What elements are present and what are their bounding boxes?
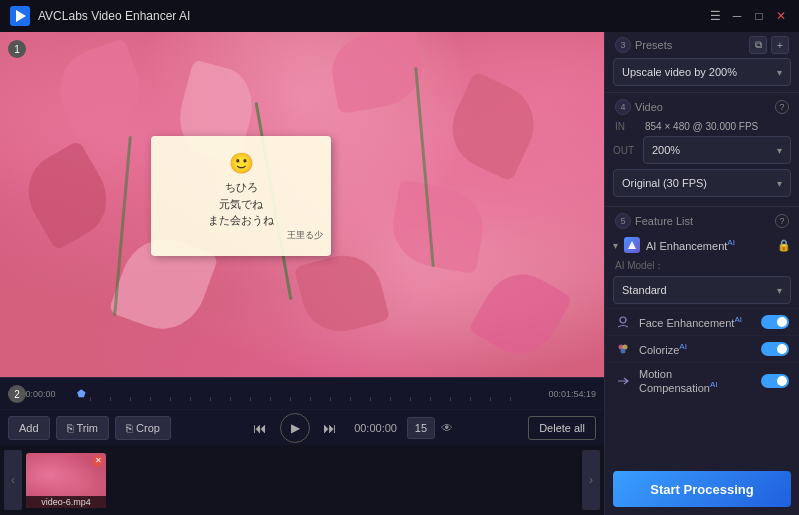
crop-button[interactable]: ⎘ Crop xyxy=(115,416,171,440)
motion-ai-badge: AI xyxy=(710,380,718,389)
thumb-prev-arrow[interactable]: ‹ xyxy=(4,450,22,510)
video-section: 4 Video ? IN 854 × 480 @ 30.000 FPS OUT … xyxy=(605,93,799,207)
start-processing-button[interactable]: Start Processing xyxy=(613,471,791,507)
close-button[interactable]: ✕ xyxy=(773,8,789,24)
titlebar-left: AVCLabs Video Enhancer AI xyxy=(10,6,190,26)
thumbnail-strip: ‹ ✕ video-6.mp4 › xyxy=(0,445,604,515)
ai-model-dropdown[interactable]: Standard ▾ xyxy=(613,276,791,304)
ai-badge: AI xyxy=(727,238,735,247)
play-button[interactable]: ▶ xyxy=(280,413,310,443)
petal-decor xyxy=(294,247,391,340)
frame-input[interactable] xyxy=(407,417,435,439)
card-line4: 王里る少 xyxy=(159,229,323,242)
face-enhancement-icon xyxy=(615,314,631,330)
ai-model-arrow: ▾ xyxy=(777,285,782,296)
petal-decor xyxy=(326,32,428,114)
trim-button[interactable]: ⎘ Trim xyxy=(56,416,109,440)
titlebar-controls: ☰ ─ □ ✕ xyxy=(707,8,789,24)
presets-icons: ⧉ + xyxy=(749,36,789,54)
presets-label: Presets xyxy=(635,39,672,51)
controls-bar: Add ⎘ Trim ⎘ Crop ⏮ ▶ ⏭ 00:00:00 👁 Delet… xyxy=(0,409,604,445)
video-in-row: IN 854 × 480 @ 30.000 FPS xyxy=(605,119,799,134)
svg-marker-2 xyxy=(628,241,636,249)
badge-5: 5 xyxy=(615,213,631,229)
timeline: 00:00:00:00 ⬟ 00:01:54:19 xyxy=(0,377,604,409)
colorize-item: ColorizeAI xyxy=(605,335,799,362)
feature-section-header: 5 Feature List ? xyxy=(605,207,799,233)
anime-card: 🙂 ちひろ 元気でね また会おうね 王里る少 xyxy=(151,136,331,256)
video-out-dropdown[interactable]: 200% ▾ xyxy=(643,136,791,164)
minimize-button[interactable]: ─ xyxy=(729,8,745,24)
presets-selected: Upscale video by 200% xyxy=(622,66,737,78)
presets-add-button[interactable]: + xyxy=(771,36,789,54)
feature-help-button[interactable]: ? xyxy=(775,214,789,228)
video-fps-row: Original (30 FPS) ▾ xyxy=(605,166,799,200)
badge-4: 4 xyxy=(615,99,631,115)
lock-icon: 🔒 xyxy=(777,239,791,252)
face-enhancement-toggle[interactable] xyxy=(761,315,789,329)
presets-copy-button[interactable]: ⧉ xyxy=(749,36,767,54)
video-fps-arrow: ▾ xyxy=(777,178,782,189)
colorize-icon xyxy=(615,341,631,357)
video-help-button[interactable]: ? xyxy=(775,100,789,114)
petal-decor xyxy=(14,140,121,251)
video-in-value: 854 × 480 @ 30.000 FPS xyxy=(645,121,758,132)
right-panel: 3 Presets ⧉ + Upscale video by 200% ▾ 4 … xyxy=(604,32,799,515)
thumbnail-container: ✕ video-6.mp4 xyxy=(22,453,582,508)
add-button[interactable]: Add xyxy=(8,416,50,440)
feature-section: 5 Feature List ? ▾ AI EnhancementAI 🔒 xyxy=(605,207,799,465)
video-out-label: OUT xyxy=(613,145,637,156)
time-display: 00:00:00 xyxy=(354,422,397,434)
card-line3: また会おうね xyxy=(208,212,274,229)
motion-compensation-name: Motion CompensationAI xyxy=(639,368,753,394)
badge-1: 1 xyxy=(8,40,26,58)
petal-decor xyxy=(468,260,573,367)
prev-button[interactable]: ⏮ xyxy=(246,414,274,442)
video-section-header: 4 Video ? xyxy=(605,93,799,119)
delete-all-button[interactable]: Delete all xyxy=(528,416,596,440)
colorize-name: ColorizeAI xyxy=(639,342,753,356)
thumb-close-button[interactable]: ✕ xyxy=(92,455,104,467)
face-enhancement-name: Face EnhancementAI xyxy=(639,315,753,329)
video-out-value: 200% xyxy=(652,144,680,156)
video-in-label: IN xyxy=(615,121,639,132)
main-layout: 1 🙂 ちひろ xyxy=(0,32,799,515)
eye-icon: 👁 xyxy=(441,421,453,435)
petal-decor xyxy=(49,38,152,141)
motion-compensation-toggle[interactable] xyxy=(761,374,789,388)
next-button[interactable]: ⏭ xyxy=(316,414,344,442)
ai-enhancement-item: ▾ AI EnhancementAI 🔒 xyxy=(605,233,799,257)
ai-enhancement-name: AI EnhancementAI xyxy=(646,238,771,252)
badge-2: 2 xyxy=(8,385,26,403)
presets-dropdown[interactable]: Upscale video by 200% ▾ xyxy=(613,58,791,86)
video-background: 🙂 ちひろ 元気でね また会おうね 王里る少 xyxy=(0,32,604,377)
thumb-next-arrow[interactable]: › xyxy=(582,450,600,510)
svg-point-6 xyxy=(621,349,626,354)
ai-enhancement-icon xyxy=(624,237,640,253)
svg-point-3 xyxy=(620,317,626,323)
feature-section-label: Feature List xyxy=(635,215,693,227)
app-logo-icon xyxy=(10,6,30,26)
petal-decor xyxy=(386,180,489,274)
maximize-button[interactable]: □ xyxy=(751,8,767,24)
card-line2: 元気でね xyxy=(219,196,263,213)
ai-enhancement-expand[interactable]: ▾ xyxy=(613,240,618,251)
titlebar: AVCLabs Video Enhancer AI ☰ ─ □ ✕ xyxy=(0,0,799,32)
colorize-toggle[interactable] xyxy=(761,342,789,356)
thumb-filename: video-6.mp4 xyxy=(26,496,106,508)
presets-header: 3 Presets ⧉ + xyxy=(605,32,799,58)
video-out-row: OUT 200% ▾ xyxy=(605,134,799,166)
face-ai-badge: AI xyxy=(734,315,742,324)
motion-compensation-item: Motion CompensationAI xyxy=(605,362,799,399)
badge-3: 3 xyxy=(615,37,631,53)
left-panel: 1 🙂 ちひろ xyxy=(0,32,604,515)
timeline-end-time: 00:01:54:19 xyxy=(531,389,596,399)
menu-button[interactable]: ☰ xyxy=(707,8,723,24)
card-face: 🙂 xyxy=(229,151,254,175)
video-preview: 🙂 ちひろ 元気でね また会おうね 王里る少 xyxy=(0,32,604,377)
ai-model-row: AI Model： Standard ▾ xyxy=(605,257,799,308)
colorize-ai-badge: AI xyxy=(679,342,687,351)
timeline-marker-icon: ⬟ xyxy=(77,388,86,399)
presets-dropdown-arrow: ▾ xyxy=(777,67,782,78)
video-fps-dropdown[interactable]: Original (30 FPS) ▾ xyxy=(613,169,791,197)
